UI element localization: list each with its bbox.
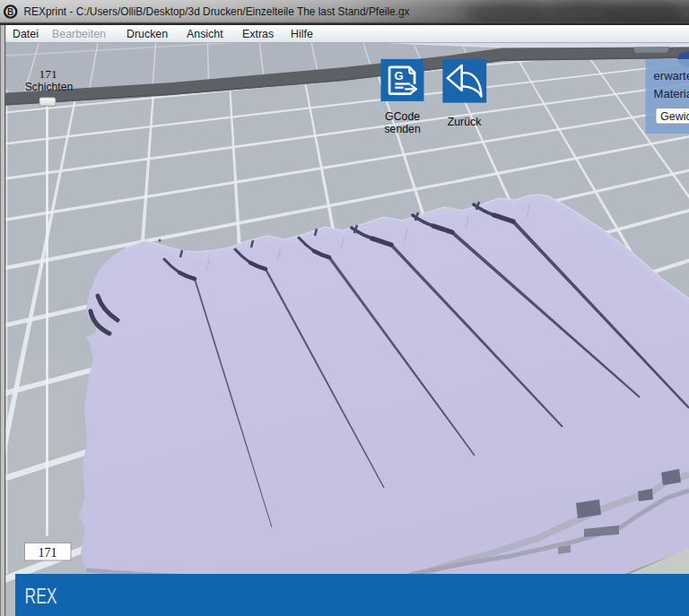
svg-text:G: G	[395, 69, 404, 82]
svg-text:GCode: GCode	[385, 110, 420, 123]
svg-text:Zurück: Zurück	[448, 116, 482, 128]
svg-text:Gewicht: Gewicht	[660, 110, 689, 123]
svg-text:Drucken: Drucken	[126, 28, 168, 40]
svg-text:Schichten: Schichten	[25, 81, 74, 93]
svg-text:Hilfe: Hilfe	[291, 28, 313, 40]
svg-text:senden: senden	[384, 123, 421, 135]
svg-text:REX: REX	[25, 584, 57, 608]
svg-text:erwartete: erwartete	[654, 69, 689, 82]
svg-text:REXprint - C:/Users/OlliB/Desk: REXprint - C:/Users/OlliB/Desktop/3d Dru…	[24, 5, 410, 18]
svg-text:Datei: Datei	[13, 28, 39, 40]
svg-text:171: 171	[39, 546, 57, 560]
svg-text:Material: Material	[654, 87, 689, 100]
svg-text:Ansicht: Ansicht	[187, 28, 223, 40]
svg-text:171: 171	[39, 67, 57, 81]
svg-text:Bearbeiten: Bearbeiten	[52, 28, 106, 40]
svg-text:Extras: Extras	[242, 28, 274, 40]
svg-text:B: B	[7, 7, 13, 17]
